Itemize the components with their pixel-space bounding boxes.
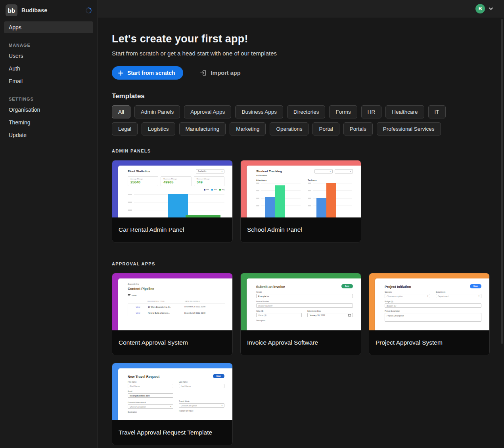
mock-title: Submit an invoice — [256, 285, 285, 289]
card-title: School Admin Panel — [241, 217, 361, 242]
filter-lines-icon — [128, 294, 130, 297]
filter-chip-approval-apps[interactable]: Approval Apps — [184, 105, 231, 118]
mock-bar-max — [168, 194, 188, 217]
mock-bar-avg — [186, 215, 220, 217]
mock-stat-average-mileage: Average Mileage 25840 — [128, 176, 158, 186]
import-app-button[interactable]: Import app — [200, 69, 241, 76]
card-title: Car Rental Admin Panel — [112, 217, 232, 242]
sidebar-item-update[interactable]: Update — [4, 129, 93, 141]
mock-availability-dropdown: Availability▾ — [196, 169, 224, 173]
scrollbar-thumb[interactable] — [501, 19, 503, 344]
sidebar-item-apps[interactable]: Apps — [4, 21, 93, 33]
mock-invoice-form: Submit an invoice Save Vendor Example In… — [247, 278, 361, 330]
sidebar-item-users[interactable]: Users — [4, 50, 93, 62]
user-avatar[interactable]: B — [475, 4, 485, 13]
mock-dropdown: ▾ — [314, 169, 333, 173]
mock-chart-legend: Min Max Avg — [128, 189, 224, 191]
mock-dropdown: ▾ — [335, 169, 353, 173]
import-app-label: Import app — [211, 70, 241, 76]
filter-chip-marketing[interactable]: Marketing — [230, 122, 266, 135]
template-card-invoice-approval-software[interactable]: Submit an invoice Save Vendor Example In… — [240, 273, 361, 355]
filter-chip-all[interactable]: All — [112, 105, 130, 118]
filter-chip-hr[interactable]: HR — [361, 105, 382, 118]
logo-row: bb Budibase — [0, 0, 97, 21]
filter-chip-admin-panels[interactable]: Admin Panels — [134, 105, 180, 118]
mock-stat-maximum-mileage: Maximum Mileage 49965 — [161, 176, 191, 186]
admin-panels-cards: Fleet Statistics Availability▾ Average M… — [112, 160, 504, 242]
mock-table-row: View How to Build a Content... December … — [128, 310, 225, 316]
filter-chip-directories[interactable]: Directories — [287, 105, 326, 118]
mock-save-button: Save — [341, 284, 353, 288]
sidebar: bb Budibase Apps MANAGE Users Auth Email… — [0, 0, 98, 448]
template-card-car-rental-admin-panel[interactable]: Fleet Statistics Availability▾ Average M… — [112, 160, 233, 242]
topbar: B — [98, 0, 504, 17]
section-heading-admin-panels: ADMIN PANELS — [112, 149, 504, 153]
card-thumbnail: Example Inc Content Pipeline Filter REQU… — [112, 273, 232, 330]
page-title: Let's create your first app! — [112, 33, 504, 45]
user-menu-chevron-down-icon[interactable] — [488, 6, 494, 11]
templates-heading: Templates — [112, 92, 504, 100]
mock-bar-chart — [128, 192, 224, 215]
template-card-travel-approval-request[interactable]: New Travel Request Save First Name First… — [112, 363, 233, 445]
mock-title: Content Pipeline — [128, 287, 225, 291]
sidebar-group-manage: MANAGE — [9, 43, 88, 48]
loading-spinner-icon — [85, 6, 93, 14]
card-title: Project Approval System — [369, 330, 489, 355]
sidebar-item-organisation[interactable]: Organisation — [4, 104, 93, 116]
mock-project-form: Project Initiation Save Category Choose … — [375, 278, 489, 330]
mock-title: New Travel Request — [128, 375, 159, 379]
mock-student-dashboard: Student Tracking ▾ ▾ All Students Attend… — [247, 166, 361, 217]
filter-chip-business-apps[interactable]: Business Apps — [235, 105, 283, 118]
template-card-content-approval-system[interactable]: Example Inc Content Pipeline Filter REQU… — [112, 273, 233, 355]
card-thumbnail: New Travel Request Save First Name First… — [112, 363, 232, 420]
filter-chip-professional-services[interactable]: Professional Services — [377, 122, 441, 135]
plus-icon — [118, 70, 124, 76]
card-thumbnail: Student Tracking ▾ ▾ All Students Attend… — [241, 160, 361, 217]
logo-text: bb — [8, 7, 15, 14]
brand-name: Budibase — [21, 7, 86, 13]
template-card-school-admin-panel[interactable]: Student Tracking ▾ ▾ All Students Attend… — [240, 160, 361, 242]
section-heading-approval-apps: APPROVAL APPS — [112, 261, 504, 266]
calendar-icon — [348, 314, 351, 316]
start-from-scratch-button[interactable]: Start from scratch — [112, 66, 183, 80]
filter-chip-operations[interactable]: Operations — [270, 122, 309, 135]
sidebar-item-auth[interactable]: Auth — [4, 63, 93, 74]
mock-title: Project Initiation — [385, 285, 411, 289]
template-card-project-approval-system[interactable]: Project Initiation Save Category Choose … — [369, 273, 490, 355]
page-subtitle: Start from scratch or get a head start w… — [112, 50, 504, 57]
budibase-logo-icon: bb — [6, 4, 17, 16]
mock-title: Fleet Statistics — [128, 170, 150, 173]
filter-chip-portal[interactable]: Portal — [312, 122, 339, 135]
mock-save-button: Save — [470, 284, 481, 288]
sidebar-item-theming[interactable]: Theming — [4, 116, 93, 128]
template-filters: All Admin Panels Approval Apps Business … — [112, 105, 471, 135]
card-thumbnail: Fleet Statistics Availability▾ Average M… — [112, 160, 232, 217]
mock-company: Example Inc — [128, 283, 225, 285]
sidebar-group-settings: SETTINGS — [9, 97, 88, 101]
mock-table-row: View 10 Ways Example Inc. C... December … — [128, 303, 225, 310]
mock-filter-button: Filter — [128, 294, 225, 297]
sidebar-item-email[interactable]: Email — [4, 75, 93, 87]
mock-content-pipeline: Example Inc Content Pipeline Filter REQU… — [118, 278, 232, 330]
filter-chip-manufacturing[interactable]: Manufacturing — [179, 122, 226, 135]
filter-chip-healthcare[interactable]: Healthcare — [385, 105, 424, 118]
mock-save-button: Save — [213, 374, 224, 378]
card-thumbnail: Project Initiation Save Category Choose … — [369, 273, 489, 330]
filter-chip-forms[interactable]: Forms — [329, 105, 357, 118]
mock-table: REQUESTED TITLE DATE REQUIRED View 10 Wa… — [128, 299, 225, 316]
card-title: Travel Approval Request Template — [112, 420, 232, 445]
filter-chip-legal[interactable]: Legal — [112, 122, 138, 135]
filter-chip-logistics[interactable]: Logistics — [142, 122, 175, 135]
mock-description-textarea — [385, 313, 481, 322]
mock-travel-form: New Travel Request Save First Name First… — [118, 368, 232, 420]
mock-stat-minimum-mileage: Minimum Mileage 349 — [194, 176, 224, 186]
card-title: Content Approval System — [112, 330, 232, 355]
filter-chip-it[interactable]: IT — [428, 105, 446, 118]
mock-tardiness-chart: Tardiness — [308, 177, 352, 213]
import-icon — [200, 69, 207, 76]
filter-chip-portals[interactable]: Portals — [343, 122, 373, 135]
card-title: Invoice Approval Software — [241, 330, 361, 355]
hero-actions: Start from scratch Import app — [112, 66, 504, 80]
card-thumbnail: Submit an invoice Save Vendor Example In… — [241, 273, 361, 330]
mock-fleet-dashboard: Fleet Statistics Availability▾ Average M… — [118, 166, 232, 217]
